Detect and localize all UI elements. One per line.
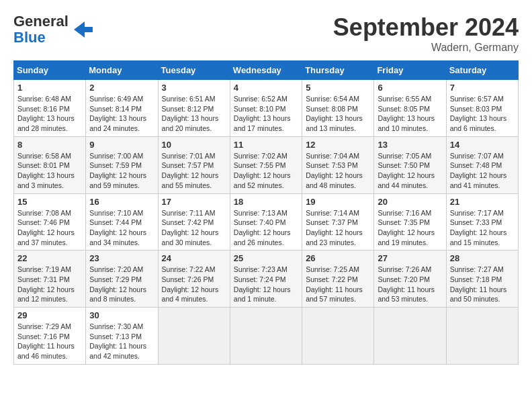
day-number: 8: [17, 140, 82, 150]
day-info: Sunrise: 7:11 AM Sunset: 7:42 PM Dayligh…: [162, 208, 226, 248]
weekday-header: Friday: [374, 61, 446, 80]
calendar-day-cell: 6Sunrise: 6:55 AM Sunset: 8:05 PM Daylig…: [374, 80, 446, 137]
day-number: 12: [306, 140, 370, 150]
day-number: 11: [234, 140, 298, 150]
calendar-day-cell: 21Sunrise: 7:17 AM Sunset: 7:33 PM Dayli…: [446, 193, 518, 250]
day-number: 24: [162, 253, 226, 263]
day-number: 14: [450, 140, 515, 150]
calendar-day-cell: 16Sunrise: 7:10 AM Sunset: 7:44 PM Dayli…: [86, 193, 158, 250]
day-number: 15: [17, 197, 82, 207]
calendar-day-cell: 2Sunrise: 6:49 AM Sunset: 8:14 PM Daylig…: [86, 80, 158, 137]
day-number: 4: [234, 83, 298, 93]
weekday-header: Tuesday: [158, 61, 230, 80]
day-number: 1: [17, 83, 82, 93]
calendar-day-cell: 29Sunrise: 7:29 AM Sunset: 7:16 PM Dayli…: [14, 308, 86, 365]
calendar-day-cell: 19Sunrise: 7:14 AM Sunset: 7:37 PM Dayli…: [302, 193, 374, 250]
day-info: Sunrise: 7:01 AM Sunset: 7:57 PM Dayligh…: [162, 151, 226, 191]
calendar-day-cell: 15Sunrise: 7:08 AM Sunset: 7:46 PM Dayli…: [14, 193, 86, 250]
day-number: 21: [450, 197, 515, 207]
calendar-day-cell: 23Sunrise: 7:20 AM Sunset: 7:29 PM Dayli…: [86, 250, 158, 308]
day-info: Sunrise: 6:55 AM Sunset: 8:05 PM Dayligh…: [378, 94, 442, 134]
day-info: Sunrise: 7:10 AM Sunset: 7:44 PM Dayligh…: [89, 208, 154, 248]
day-number: 18: [234, 197, 298, 207]
day-number: 20: [378, 197, 442, 207]
calendar-table: SundayMondayTuesdayWednesdayThursdayFrid…: [13, 60, 519, 365]
day-number: 19: [306, 197, 370, 207]
day-number: 3: [162, 83, 226, 93]
day-info: Sunrise: 7:29 AM Sunset: 7:16 PM Dayligh…: [17, 322, 82, 361]
calendar-day-cell: 3Sunrise: 6:51 AM Sunset: 8:12 PM Daylig…: [158, 80, 230, 137]
day-info: Sunrise: 7:26 AM Sunset: 7:20 PM Dayligh…: [378, 265, 442, 304]
page-header: General Blue September 2024 Wadern, Germ…: [13, 13, 519, 54]
calendar-day-cell: 18Sunrise: 7:13 AM Sunset: 7:40 PM Dayli…: [230, 193, 302, 250]
day-info: Sunrise: 7:05 AM Sunset: 7:50 PM Dayligh…: [378, 151, 442, 191]
logo: General Blue: [13, 13, 93, 46]
calendar-day-cell: 25Sunrise: 7:23 AM Sunset: 7:24 PM Dayli…: [230, 250, 302, 308]
calendar-week-row: 1Sunrise: 6:48 AM Sunset: 8:16 PM Daylig…: [14, 80, 519, 137]
calendar-day-cell: 9Sunrise: 7:00 AM Sunset: 7:59 PM Daylig…: [86, 136, 158, 193]
day-info: Sunrise: 7:13 AM Sunset: 7:40 PM Dayligh…: [234, 208, 298, 248]
calendar-day-cell: 11Sunrise: 7:02 AM Sunset: 7:55 PM Dayli…: [230, 136, 302, 193]
day-number: 25: [234, 253, 298, 263]
day-number: 27: [378, 253, 442, 263]
day-info: Sunrise: 7:08 AM Sunset: 7:46 PM Dayligh…: [17, 208, 82, 248]
day-info: Sunrise: 7:02 AM Sunset: 7:55 PM Dayligh…: [234, 151, 298, 191]
day-info: Sunrise: 7:20 AM Sunset: 7:29 PM Dayligh…: [89, 265, 154, 304]
day-info: Sunrise: 7:14 AM Sunset: 7:37 PM Dayligh…: [306, 208, 370, 248]
calendar-day-cell: 17Sunrise: 7:11 AM Sunset: 7:42 PM Dayli…: [158, 193, 230, 250]
day-number: 5: [306, 83, 370, 93]
day-info: Sunrise: 7:22 AM Sunset: 7:26 PM Dayligh…: [162, 265, 226, 304]
calendar-day-cell: 7Sunrise: 6:57 AM Sunset: 8:03 PM Daylig…: [446, 80, 518, 137]
day-info: Sunrise: 7:30 AM Sunset: 7:13 PM Dayligh…: [89, 322, 154, 361]
calendar-day-cell: 26Sunrise: 7:25 AM Sunset: 7:22 PM Dayli…: [302, 250, 374, 308]
weekday-header: Sunday: [14, 61, 86, 80]
calendar-day-cell: 1Sunrise: 6:48 AM Sunset: 8:16 PM Daylig…: [14, 80, 86, 137]
day-info: Sunrise: 7:07 AM Sunset: 7:48 PM Dayligh…: [450, 151, 515, 191]
logo-arrow-icon: [71, 20, 93, 39]
day-number: 17: [162, 197, 226, 207]
day-info: Sunrise: 6:57 AM Sunset: 8:03 PM Dayligh…: [450, 94, 515, 134]
calendar-day-cell: 10Sunrise: 7:01 AM Sunset: 7:57 PM Dayli…: [158, 136, 230, 193]
month-title: September 2024: [333, 13, 519, 42]
day-info: Sunrise: 6:49 AM Sunset: 8:14 PM Dayligh…: [89, 94, 154, 134]
calendar-day-cell: 14Sunrise: 7:07 AM Sunset: 7:48 PM Dayli…: [446, 136, 518, 193]
day-number: 6: [378, 83, 442, 93]
day-number: 13: [378, 140, 442, 150]
calendar-header-row: SundayMondayTuesdayWednesdayThursdayFrid…: [14, 61, 519, 80]
day-number: 26: [306, 253, 370, 263]
weekday-header: Monday: [86, 61, 158, 80]
calendar-day-cell: 30Sunrise: 7:30 AM Sunset: 7:13 PM Dayli…: [86, 308, 158, 365]
weekday-header: Thursday: [302, 61, 374, 80]
day-info: Sunrise: 7:27 AM Sunset: 7:18 PM Dayligh…: [450, 265, 515, 304]
day-number: 7: [450, 83, 515, 93]
calendar-day-cell: 27Sunrise: 7:26 AM Sunset: 7:20 PM Dayli…: [374, 250, 446, 308]
calendar-day-cell: [302, 308, 374, 365]
logo-text-general: General: [13, 13, 69, 30]
logo-text-blue: Blue: [13, 30, 69, 46]
calendar-week-row: 15Sunrise: 7:08 AM Sunset: 7:46 PM Dayli…: [14, 193, 519, 250]
day-number: 23: [89, 253, 154, 263]
day-info: Sunrise: 7:19 AM Sunset: 7:31 PM Dayligh…: [17, 265, 82, 304]
day-info: Sunrise: 7:04 AM Sunset: 7:53 PM Dayligh…: [306, 151, 370, 191]
calendar-day-cell: 24Sunrise: 7:22 AM Sunset: 7:26 PM Dayli…: [158, 250, 230, 308]
calendar-day-cell: 8Sunrise: 6:58 AM Sunset: 8:01 PM Daylig…: [14, 136, 86, 193]
day-info: Sunrise: 6:51 AM Sunset: 8:12 PM Dayligh…: [162, 94, 226, 134]
calendar-day-cell: 22Sunrise: 7:19 AM Sunset: 7:31 PM Dayli…: [14, 250, 86, 308]
calendar-day-cell: [374, 308, 446, 365]
day-info: Sunrise: 6:58 AM Sunset: 8:01 PM Dayligh…: [17, 151, 82, 191]
calendar-day-cell: 4Sunrise: 6:52 AM Sunset: 8:10 PM Daylig…: [230, 80, 302, 137]
day-info: Sunrise: 7:25 AM Sunset: 7:22 PM Dayligh…: [306, 265, 370, 304]
weekday-header: Saturday: [446, 61, 518, 80]
day-number: 16: [89, 197, 154, 207]
day-info: Sunrise: 7:17 AM Sunset: 7:33 PM Dayligh…: [450, 208, 515, 248]
calendar-day-cell: 12Sunrise: 7:04 AM Sunset: 7:53 PM Dayli…: [302, 136, 374, 193]
calendar-day-cell: 28Sunrise: 7:27 AM Sunset: 7:18 PM Dayli…: [446, 250, 518, 308]
calendar-day-cell: 5Sunrise: 6:54 AM Sunset: 8:08 PM Daylig…: [302, 80, 374, 137]
day-number: 28: [450, 253, 515, 263]
day-info: Sunrise: 7:00 AM Sunset: 7:59 PM Dayligh…: [89, 151, 154, 191]
title-block: September 2024 Wadern, Germany: [333, 13, 519, 54]
calendar-day-cell: 13Sunrise: 7:05 AM Sunset: 7:50 PM Dayli…: [374, 136, 446, 193]
calendar-week-row: 29Sunrise: 7:29 AM Sunset: 7:16 PM Dayli…: [14, 308, 519, 365]
calendar-week-row: 8Sunrise: 6:58 AM Sunset: 8:01 PM Daylig…: [14, 136, 519, 193]
calendar-day-cell: [446, 308, 518, 365]
